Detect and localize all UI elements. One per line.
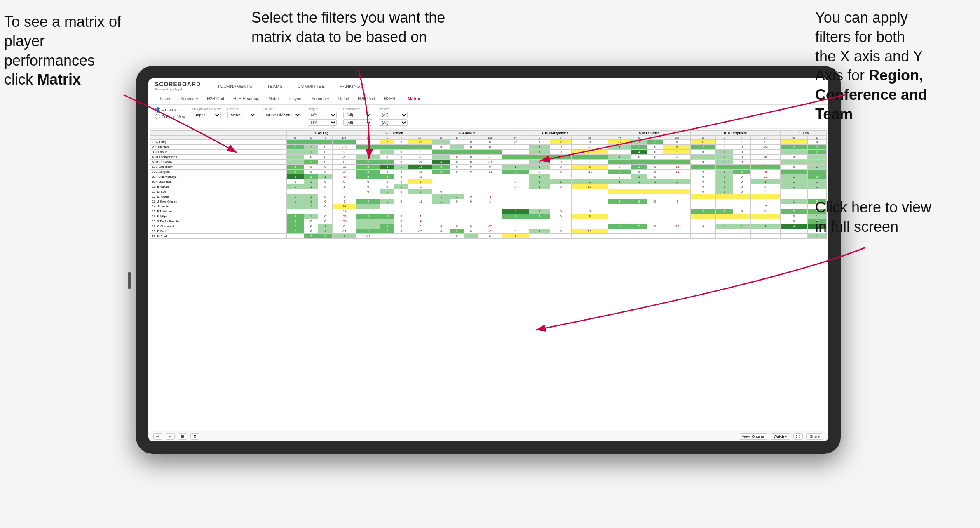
matrix-cell: -16 bbox=[332, 145, 356, 150]
share-btn[interactable]: Share bbox=[806, 433, 823, 440]
full-view-input[interactable] bbox=[155, 107, 160, 113]
compact-view-radio[interactable]: Compact View bbox=[155, 114, 185, 119]
tab-h2h-grid[interactable]: H2H Grid bbox=[203, 94, 228, 104]
compact-view-input[interactable] bbox=[155, 114, 160, 119]
matrix-cell bbox=[807, 170, 826, 174]
matrix-cell: 0 bbox=[394, 170, 408, 174]
tab-h2h-heatmap[interactable]: H2H Heatmap bbox=[229, 94, 263, 104]
matrix-cell: 0 bbox=[691, 179, 716, 184]
matrix-cell: 1 bbox=[807, 155, 826, 160]
matrix-cell: 1 bbox=[529, 165, 550, 170]
matrix-cell: 0 bbox=[394, 229, 408, 234]
matrix-cell: 1 bbox=[807, 184, 826, 189]
matrix-cell: 0 bbox=[332, 160, 356, 165]
full-view-radio[interactable]: Full View bbox=[155, 107, 185, 113]
tab-h2hh[interactable]: H2HH... bbox=[380, 94, 403, 104]
division-select[interactable]: NCAA Division I bbox=[263, 112, 301, 118]
matrix-cell: 1 bbox=[663, 179, 691, 184]
gender-select[interactable]: Men's bbox=[227, 112, 256, 118]
nav-teams[interactable]: TEAMS bbox=[265, 82, 285, 90]
matrix-cell bbox=[502, 204, 529, 209]
matrix-cell: 2 bbox=[286, 145, 304, 150]
tab-matrix-active[interactable]: Matrix bbox=[404, 94, 424, 104]
matrix-cell bbox=[450, 150, 464, 155]
sub-h-t5: T bbox=[647, 136, 663, 140]
matrix-cell bbox=[750, 194, 780, 199]
settings-btn[interactable]: ⚙ bbox=[190, 433, 199, 440]
matrix-cell: 2 bbox=[356, 214, 380, 219]
region-select[interactable]: N/A bbox=[308, 112, 337, 118]
player-name-cell: 6. C Lamprecht bbox=[150, 165, 287, 170]
nav-committee[interactable]: COMMITTEE bbox=[295, 82, 327, 90]
players-select-2[interactable]: (All) bbox=[379, 119, 408, 126]
matrix-cell: 0 bbox=[318, 194, 332, 199]
tab-matrix-1[interactable]: Matrix bbox=[264, 94, 284, 104]
matrix-cell: 1 bbox=[750, 224, 780, 229]
sub-h-t6: T bbox=[733, 136, 750, 140]
matrix-cell: 1 bbox=[450, 140, 464, 145]
nav-tournaments[interactable]: TOURNAMENTS bbox=[215, 82, 255, 90]
col-header-5: 5. M La Sasso bbox=[608, 131, 691, 136]
matrix-cell bbox=[716, 214, 733, 219]
player-name-cell: 9. N Gabrelcik bbox=[150, 179, 287, 184]
screen-btn[interactable]: ⛶ bbox=[793, 433, 803, 440]
filter-view-options: Full View Compact View bbox=[155, 107, 185, 119]
players-filter: Players (All) (All) bbox=[379, 107, 408, 126]
view-original-btn[interactable]: View: Original bbox=[739, 433, 767, 440]
matrix-cell bbox=[502, 174, 529, 179]
matrix-cell: 0 bbox=[318, 184, 332, 189]
redo-btn[interactable]: ↪ bbox=[166, 433, 175, 440]
matrix-cell bbox=[550, 199, 572, 204]
tab-teams[interactable]: Teams bbox=[155, 94, 175, 104]
tab-detail[interactable]: Detail bbox=[334, 94, 353, 104]
matrix-cell: -1 bbox=[408, 155, 432, 160]
tab-players[interactable]: Players bbox=[285, 94, 307, 104]
matrix-cell: 0 bbox=[464, 224, 478, 229]
matrix-cell: 0 bbox=[502, 184, 529, 189]
matrix-cell: 3 bbox=[286, 214, 304, 219]
matrix-cell: 3 bbox=[750, 150, 780, 155]
max-players-select[interactable]: Top 25 bbox=[192, 112, 221, 118]
matrix-cell bbox=[550, 234, 572, 239]
tab-summary[interactable]: Summary bbox=[176, 94, 202, 104]
region-select-2[interactable]: N/A bbox=[308, 119, 337, 126]
nav-rankings[interactable]: RANKINGS bbox=[337, 82, 366, 90]
player-name-cell: 18. C Sherwood bbox=[150, 224, 287, 229]
matrix-cell bbox=[286, 209, 304, 214]
matrix-cell: 0 bbox=[780, 165, 807, 170]
undo-btn[interactable]: ↩ bbox=[153, 433, 162, 440]
tab-h2h-grid-2[interactable]: H2H Grid bbox=[354, 94, 379, 104]
zoom-btn[interactable]: ⊞ bbox=[178, 433, 187, 440]
players-select[interactable]: (All) bbox=[379, 112, 408, 118]
matrix-cell: 0 bbox=[663, 140, 691, 145]
watch-btn[interactable]: Watch ▾ bbox=[771, 433, 790, 440]
conference-select[interactable]: (All) bbox=[343, 112, 372, 118]
matrix-cell bbox=[502, 224, 529, 229]
matrix-cell bbox=[647, 219, 663, 224]
matrix-cell: 0 bbox=[318, 199, 332, 204]
matrix-cell bbox=[432, 204, 450, 209]
matrix-cell bbox=[478, 214, 502, 219]
matrix-cell bbox=[464, 179, 478, 184]
matrix-cell: 2 bbox=[691, 209, 716, 214]
matrix-cell bbox=[647, 160, 663, 165]
matrix-cell bbox=[529, 189, 550, 194]
matrix-cell bbox=[716, 165, 733, 170]
matrix-cell: 2 bbox=[356, 199, 380, 204]
matrix-cell: 0 bbox=[647, 224, 663, 229]
matrix-cell: 7 bbox=[502, 234, 529, 239]
matrix-cell bbox=[733, 199, 750, 204]
matrix-cell: -8 bbox=[408, 219, 432, 224]
matrix-cell bbox=[716, 194, 733, 199]
matrix-cell bbox=[450, 179, 464, 184]
matrix-cell bbox=[550, 224, 572, 229]
matrix-cell: 1 bbox=[631, 174, 647, 179]
matrix-cell: 0 bbox=[304, 229, 318, 234]
matrix-cell: 0 bbox=[464, 194, 478, 199]
matrix-cell: 0 bbox=[304, 155, 318, 160]
matrix-cell: 0 bbox=[478, 140, 502, 145]
matrix-cell bbox=[380, 145, 394, 150]
tab-summary-2[interactable]: Summary bbox=[307, 94, 333, 104]
conference-select-2[interactable]: (All) bbox=[343, 119, 372, 126]
matrix-area[interactable]: 1. W Ding 2. L Clanton 3. J Koivun 4. M … bbox=[148, 129, 828, 431]
